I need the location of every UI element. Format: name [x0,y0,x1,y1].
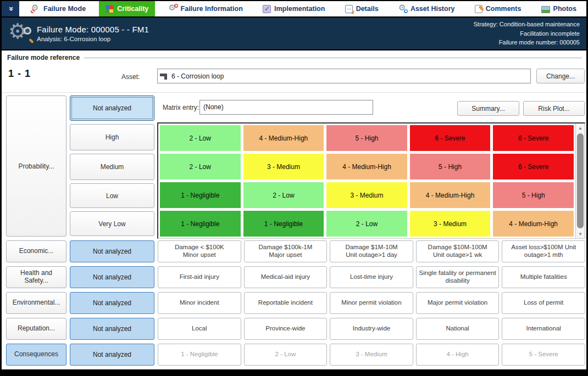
summary-button[interactable]: Summary... [457,101,519,116]
tab-comments[interactable]: Comments [468,1,528,16]
consequence-cell[interactable]: Major permit violation [416,292,500,314]
risk-cell[interactable]: 3 - Medium [243,154,324,179]
probability-level-very-low[interactable]: Very Low [70,211,154,236]
scroll-down-icon[interactable]: ▼ [576,229,585,238]
probability-levels: Not analyzed High Medium Low Very Low [70,96,154,239]
document-icon [345,5,353,13]
consequence-cell[interactable]: Damage $10M-100M Unit outage>1 wk [416,240,500,262]
consequence-cell[interactable]: Minor permit violation [330,292,413,314]
tab-bar: « ⚙ Failure Mode Criticality ⚙ Failure I… [2,1,586,16]
probability-level-medium[interactable]: Medium [70,154,154,180]
risk-matrix-panel: 2 - Low 4 - Medium-High 5 - High 6 - Sev… [157,122,585,239]
reputation-button[interactable]: Reputation... [6,318,66,340]
consequence-cell[interactable]: Local [158,318,241,340]
photo-icon [541,6,550,13]
economic-button[interactable]: Economic... [6,240,66,262]
economic-not-analyzed-button[interactable]: Not analyzed [70,240,154,262]
risk-cell[interactable]: 6 - Severe [493,125,574,151]
consequences-button[interactable]: Consequences [6,344,66,366]
header-meta: Strategy: Condition-based maintenance Fa… [474,20,580,47]
gear-blocked-icon: ⚙ [31,4,40,13]
probability-not-analyzed-button[interactable]: Not analyzed [70,96,154,121]
consequence-cell[interactable]: Damage $100k-1M Major upset [244,240,328,262]
tab-label: Asset History [411,5,455,13]
risk-cell[interactable]: 4 - Medium-High [410,182,491,208]
consequence-cell[interactable]: First-aid injury [158,266,241,288]
environmental-button[interactable]: Environmental... [6,292,66,314]
tab-label: Failure Information [181,5,243,13]
health-safety-not-analyzed-button[interactable]: Not analyzed [70,266,154,288]
scroll-up-icon[interactable]: ▲ [576,124,585,132]
consequence-cell[interactable]: Lost-time injury [330,266,413,288]
matrix-scrollbar[interactable]: ▲ ▼ [575,124,585,238]
tab-details[interactable]: Details [339,1,385,16]
matrix-entry-label: Matrix entry: [163,104,199,111]
group-divider [84,58,582,58]
risk-cell[interactable]: 4 - Medium-High [493,211,574,237]
consequence-cell: 1 - Negligible [158,344,241,366]
tab-strip: ⚙ Failure Mode Criticality ⚙ Failure Inf… [19,1,586,16]
change-button[interactable]: Change... [536,69,585,83]
reference-index: 1 - 1 [8,68,31,80]
chevrons-down-icon: « [7,7,14,11]
risk-cell[interactable]: 2 - Low [160,125,241,151]
risk-cell[interactable]: 6 - Severe [410,125,491,151]
pipe-elbow-icon [160,72,168,80]
risk-cell[interactable]: 5 - High [493,182,574,208]
collapse-ribbon-button[interactable]: « [2,1,19,16]
reputation-not-analyzed-button[interactable]: Not analyzed [70,318,154,340]
risk-matrix-grid: 2 - Low 4 - Medium-High 5 - High 6 - Sev… [158,124,575,238]
consequence-cell[interactable]: Asset loss>$100M Unit outage>1 mth [502,240,585,262]
risk-cell[interactable]: 1 - Negligible [243,211,324,237]
risk-cell[interactable]: 2 - Low [326,211,407,237]
tab-criticality[interactable]: Criticality [99,1,155,16]
consequence-cell[interactable]: Single fatality or permanent disability [416,266,500,288]
consequence-cell[interactable]: Loss of permit [502,292,585,314]
consequence-row-reputation: Reputation... Not analyzed Local Provinc… [6,318,585,340]
tab-label: Implementation [274,5,325,13]
probability-button[interactable]: Probability... [6,96,66,237]
consequence-row-economic: Economic... Not analyzed Damage < $100K … [6,240,585,262]
consequence-cell[interactable]: Medical-aid injury [244,266,328,288]
matrix-entry-field[interactable]: (None) [199,100,373,115]
consequence-cell[interactable]: Reportable incident [244,292,328,314]
tab-photos[interactable]: Photos [535,1,583,16]
risk-cell[interactable]: 1 - Negligible [160,211,241,237]
gear-magnifier-icon: ⚙ [8,21,32,46]
risk-cell[interactable]: 4 - Medium-High [243,125,324,151]
health-safety-button[interactable]: Health and Safety... [6,266,66,288]
tab-implementation[interactable]: Implementation [256,1,331,16]
risk-cell[interactable]: 2 - Low [160,154,241,179]
risk-plot-button[interactable]: Risk Plot... [523,101,585,116]
consequences-not-analyzed-button[interactable]: Not analyzed [70,344,154,366]
consequence-cell[interactable]: Damage $1M-10M Unit outage>1 day [330,240,413,262]
consequence-cell[interactable]: Industry-wide [330,318,413,340]
probability-level-high[interactable]: High [70,124,154,150]
probability-level-low[interactable]: Low [70,183,154,208]
tab-asset-history[interactable]: ⚙ Asset History [392,1,462,16]
environmental-not-analyzed-button[interactable]: Not analyzed [70,292,154,314]
consequence-cell[interactable]: International [502,318,585,340]
consequence-cell[interactable]: National [416,318,500,340]
asset-field[interactable]: 6 - Corrosion loop [157,69,531,83]
page-title: Failure Mode: 000005 - - FM1 [37,25,474,34]
risk-cell[interactable]: 5 - High [410,154,491,179]
consequence-cell[interactable]: Multiple fatalities [502,266,585,288]
risk-cell[interactable]: 3 - Medium [410,211,491,237]
consequence-cell: 4 - High [416,344,500,366]
consequence-cell[interactable]: Province-wide [244,318,328,340]
tab-failure-information[interactable]: ⚙ Failure Information [162,1,249,16]
risk-cell[interactable]: 6 - Severe [493,154,574,179]
risk-cell[interactable]: 5 - High [326,125,407,151]
risk-cell[interactable]: 3 - Medium [326,182,407,208]
consequences-cells: 1 - Negligible 2 - Low 3 - Medium 4 - Hi… [158,344,585,366]
consequence-cell[interactable]: Damage < $100K Minor upset [158,240,241,262]
tab-label: Photos [553,5,576,13]
consequence-cell[interactable]: Minor incident [158,292,241,314]
risk-cell[interactable]: 4 - Medium-High [326,154,407,179]
tab-failure-mode[interactable]: ⚙ Failure Mode [25,1,92,16]
risk-cell[interactable]: 1 - Negligible [160,182,241,208]
asset-value: 6 - Corrosion loop [171,72,224,80]
scrollbar-thumb[interactable] [577,133,584,228]
risk-cell[interactable]: 2 - Low [243,182,324,208]
